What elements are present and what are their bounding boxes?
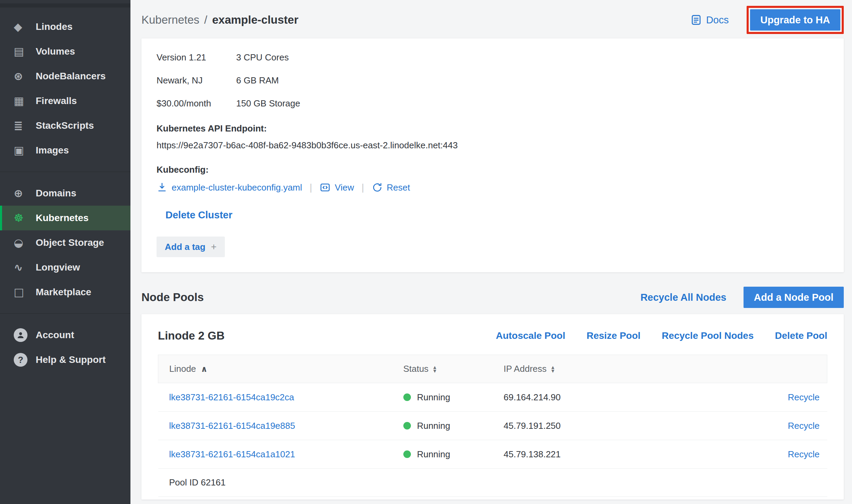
- pulse-icon: ∿: [14, 261, 36, 274]
- linode-link[interactable]: lke38731-62161-6154ca19e885: [169, 421, 295, 431]
- spec-region: Newark, NJ: [157, 75, 236, 86]
- table-row: lke38731-62161-6154ca1a1021 Running 45.7…: [158, 440, 827, 469]
- kubeconfig-view-link[interactable]: View: [320, 182, 354, 193]
- kubeconfig-download-link[interactable]: example-cluster-kubeconfig.yaml: [157, 182, 302, 193]
- status-running-dot: [403, 393, 411, 401]
- autoscale-pool-link[interactable]: Autoscale Pool: [496, 330, 565, 341]
- column-header-actions: [660, 355, 827, 383]
- recycle-link[interactable]: Recycle: [788, 421, 819, 431]
- delete-pool-link[interactable]: Delete Pool: [775, 330, 827, 341]
- column-header-ip-address[interactable]: IP Address ▴▾: [493, 355, 660, 383]
- recycle-pool-nodes-link[interactable]: Recycle Pool Nodes: [662, 330, 754, 341]
- sidebar-item-help-support[interactable]: ? Help & Support: [0, 347, 130, 372]
- add-tag-label: Add a tag: [165, 242, 205, 252]
- spec-ram: 6 GB RAM: [236, 75, 829, 86]
- sidebar-item-label: Domains: [36, 188, 76, 199]
- sidebar-item-images[interactable]: ▣ Images: [0, 138, 130, 163]
- api-endpoint-block: Kubernetes API Endpoint: https://9e2a730…: [157, 123, 829, 151]
- sort-both-icon: ▴▾: [551, 365, 554, 373]
- add-node-pool-button[interactable]: Add a Node Pool: [744, 287, 844, 308]
- sidebar-item-longview[interactable]: ∿ Longview: [0, 255, 130, 280]
- kubernetes-helm-icon: ☸: [14, 211, 36, 225]
- sidebar-item-marketplace[interactable]: □ Marketplace: [0, 280, 130, 305]
- kubeconfig-block: Kubeconfig: example-cluster-kubeconfig.y…: [157, 164, 829, 193]
- sidebar-item-label: Images: [36, 145, 69, 156]
- recycle-all-nodes-link[interactable]: Recycle All Nodes: [641, 292, 726, 303]
- spec-storage: 150 GB Storage: [236, 98, 829, 109]
- docs-label: Docs: [706, 14, 729, 26]
- resize-pool-link[interactable]: Resize Pool: [587, 330, 641, 341]
- bucket-icon: ◒: [14, 236, 36, 249]
- script-icon: ≣: [14, 119, 36, 132]
- column-label: IP Address: [504, 364, 546, 374]
- kubeconfig-actions: example-cluster-kubeconfig.yaml | View |: [157, 182, 829, 193]
- sidebar-item-label: Linodes: [36, 21, 72, 32]
- column-header-linode[interactable]: Linode ∧: [158, 355, 392, 383]
- status-cell: Running: [403, 412, 493, 440]
- sidebar-item-label: Kubernetes: [36, 213, 89, 224]
- sidebar-item-linodes[interactable]: ◆ Linodes: [0, 14, 130, 39]
- firewall-icon: ▦: [14, 94, 36, 107]
- docs-link[interactable]: Docs: [690, 14, 729, 26]
- node-pool-card: Linode 2 GB Autoscale Pool Resize Pool R…: [141, 314, 844, 500]
- table-row: lke38731-62161-6154ca19e885 Running 45.7…: [158, 412, 827, 440]
- delete-cluster-button[interactable]: Delete Cluster: [165, 209, 232, 221]
- api-endpoint-label: Kubernetes API Endpoint:: [157, 123, 829, 134]
- cluster-specs: Version 1.21 3 CPU Cores Newark, NJ 6 GB…: [157, 52, 829, 109]
- sidebar-item-kubernetes[interactable]: ☸ Kubernetes: [0, 206, 130, 230]
- code-view-icon: [320, 182, 331, 193]
- images-icon: ▣: [14, 144, 36, 157]
- ip-address: 45.79.138.221: [493, 440, 660, 469]
- spec-price: $30.00/month: [157, 98, 236, 109]
- sidebar-item-label: Longview: [36, 262, 80, 273]
- column-header-status[interactable]: Status ▴▾: [392, 355, 493, 383]
- sidebar-item-account[interactable]: Account: [0, 323, 130, 347]
- recycle-link[interactable]: Recycle: [788, 449, 819, 459]
- reset-icon: [372, 182, 383, 193]
- sidebar-top-strip: [0, 3, 130, 8]
- sidebar-item-label: Account: [36, 330, 74, 341]
- pool-table: Linode ∧ Status ▴▾ IP Address ▴▾: [158, 355, 827, 497]
- column-label: Linode: [169, 364, 196, 374]
- question-icon: ?: [14, 353, 36, 367]
- sidebar-item-label: Marketplace: [36, 287, 91, 298]
- spec-cpu: 3 CPU Cores: [236, 52, 829, 63]
- table-row: lke38731-62161-6154ca19c2ca Running 69.1…: [158, 383, 827, 412]
- sidebar-item-label: Help & Support: [36, 354, 106, 365]
- sidebar-divider: [0, 172, 130, 172]
- person-icon: [14, 328, 36, 342]
- column-label: Status: [403, 364, 429, 374]
- sidebar-item-label: Volumes: [36, 46, 75, 57]
- upgrade-to-ha-button[interactable]: Upgrade to HA: [750, 9, 840, 31]
- breadcrumb-current-cluster: example-cluster: [212, 13, 298, 26]
- breadcrumb-kubernetes-link[interactable]: Kubernetes: [141, 13, 199, 26]
- linode-link[interactable]: lke38731-62161-6154ca1a1021: [169, 449, 295, 459]
- globe-icon: ⊕: [14, 187, 36, 200]
- node-pools-title: Node Pools: [141, 291, 204, 304]
- pool-header: Linode 2 GB Autoscale Pool Resize Pool R…: [158, 329, 827, 342]
- layers-icon: ▤: [14, 45, 36, 58]
- main-content: Kubernetes / example-cluster Docs Upgrad…: [130, 0, 852, 504]
- recycle-link[interactable]: Recycle: [788, 392, 819, 402]
- sort-both-icon: ▴▾: [433, 365, 436, 373]
- sidebar-item-domains[interactable]: ⊕ Domains: [0, 181, 130, 206]
- add-tag-button[interactable]: Add a tag +: [157, 237, 225, 257]
- sidebar-item-label: Firewalls: [36, 95, 77, 106]
- marketplace-icon: □: [14, 286, 36, 299]
- pool-id-label: Pool ID 62161: [158, 469, 827, 497]
- header-actions: Docs Upgrade to HA: [690, 6, 844, 34]
- kubeconfig-reset-link[interactable]: Reset: [372, 182, 410, 193]
- reset-label: Reset: [387, 182, 410, 193]
- sidebar-item-nodebalancers[interactable]: ⊛ NodeBalancers: [0, 64, 130, 89]
- status-label: Running: [417, 392, 450, 403]
- sidebar-item-object-storage[interactable]: ◒ Object Storage: [0, 230, 130, 255]
- sidebar-item-stackscripts[interactable]: ≣ StackScripts: [0, 113, 130, 138]
- sidebar-item-firewalls[interactable]: ▦ Firewalls: [0, 89, 130, 113]
- status-label: Running: [417, 421, 450, 431]
- sidebar-item-label: Object Storage: [36, 237, 104, 248]
- sidebar-item-volumes[interactable]: ▤ Volumes: [0, 39, 130, 64]
- status-running-dot: [403, 422, 411, 429]
- linode-link[interactable]: lke38731-62161-6154ca19c2ca: [169, 392, 294, 402]
- pool-title: Linode 2 GB: [158, 329, 224, 342]
- ip-address: 69.164.214.90: [493, 383, 660, 412]
